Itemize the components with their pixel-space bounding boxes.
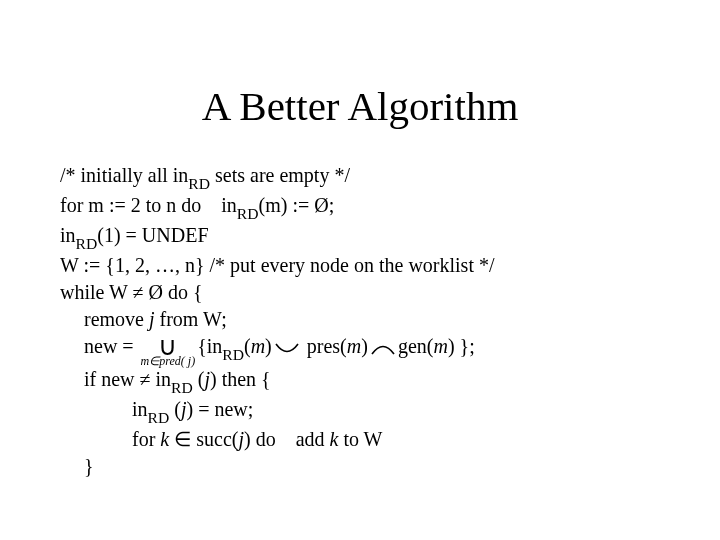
var-m: m xyxy=(251,335,265,357)
slide-title: A Better Algorithm xyxy=(0,82,720,130)
text: ) do add xyxy=(244,428,330,450)
big-union-icon: ∪m∈pred( j) xyxy=(141,338,196,366)
var-m: m xyxy=(347,335,361,357)
text: in xyxy=(60,224,76,246)
algo-line-1: for m := 2 to n do inRD(m) := Ø; xyxy=(60,192,670,222)
intersect-icon xyxy=(274,337,300,364)
union-subscript: m∈pred( j) xyxy=(141,356,196,366)
text: ) then { xyxy=(210,368,271,390)
text: ∈ succ( xyxy=(169,428,238,450)
algo-line-9: for k ∈ succ(j) do add k to W xyxy=(60,426,670,453)
var-m: m xyxy=(433,335,447,357)
text: ( xyxy=(169,398,181,420)
algorithm-body: /* initially all inRD sets are empty */ … xyxy=(60,162,670,480)
algo-line-3: W := {1, 2, …, n} /* put every node on t… xyxy=(60,252,670,279)
text: ) xyxy=(361,335,368,357)
text: gen( xyxy=(398,335,434,357)
text: for xyxy=(132,428,160,450)
algo-line-2: inRD(1) = UNDEF xyxy=(60,222,670,252)
text: new = xyxy=(84,335,139,357)
algo-line-10: } xyxy=(60,453,670,480)
slide: A Better Algorithm /* initially all inRD… xyxy=(0,0,720,540)
text: (1) = UNDEF xyxy=(97,224,208,246)
algo-line-4: while W ≠ Ø do { xyxy=(60,279,670,306)
algo-line-5: remove j from W; xyxy=(60,306,670,333)
text: if new ≠ in xyxy=(84,368,171,390)
text: ) = new; xyxy=(186,398,253,420)
subscript-rd: RD xyxy=(222,346,244,363)
text: (m) := Ø; xyxy=(259,194,335,216)
subscript-rd: RD xyxy=(188,175,210,192)
text: for m := 2 to n do in xyxy=(60,194,237,216)
subscript-rd: RD xyxy=(237,205,259,222)
text: ( xyxy=(193,368,205,390)
subscript-rd: RD xyxy=(171,379,193,396)
var-k: k xyxy=(160,428,169,450)
algo-line-6: new = ∪m∈pred( j){inRD(m) pres(m)gen(m) … xyxy=(60,333,670,366)
text: sets are empty */ xyxy=(210,164,350,186)
text: {in xyxy=(197,335,222,357)
text: remove xyxy=(84,308,149,330)
text: ) }; xyxy=(448,335,475,357)
algo-line-8: inRD (j) = new; xyxy=(60,396,670,426)
text: pres( xyxy=(302,335,347,357)
union-icon xyxy=(370,337,396,364)
text: in xyxy=(132,398,148,420)
subscript-rd: RD xyxy=(76,235,98,252)
text: /* initially all in xyxy=(60,164,188,186)
text: to W xyxy=(338,428,382,450)
text: ) xyxy=(265,335,272,357)
algo-line-0: /* initially all inRD sets are empty */ xyxy=(60,162,670,192)
text: ( xyxy=(244,335,251,357)
algo-line-7: if new ≠ inRD (j) then { xyxy=(60,366,670,396)
text: from W; xyxy=(155,308,227,330)
subscript-rd: RD xyxy=(148,409,170,426)
